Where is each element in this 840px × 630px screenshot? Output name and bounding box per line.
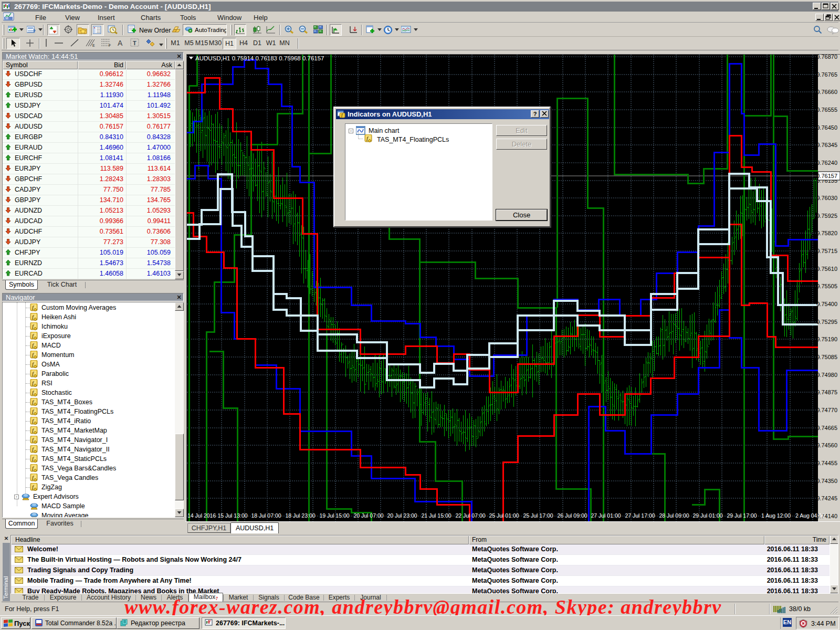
- svg-text:0.76157: 0.76157: [816, 173, 837, 179]
- svg-text:29 Jul 01:00: 29 Jul 01:00: [692, 512, 722, 519]
- svg-text:25 Jul 17:00: 25 Jul 17:00: [523, 512, 553, 519]
- svg-text:27 Jul 17:00: 27 Jul 17:00: [625, 512, 655, 519]
- svg-text:21 Jul 15:00: 21 Jul 15:00: [421, 512, 451, 519]
- svg-text:20 Jul 07:00: 20 Jul 07:00: [353, 512, 383, 519]
- svg-text:A: A: [118, 39, 123, 47]
- svg-text:28 Jul 09:00: 28 Jul 09:00: [659, 512, 689, 519]
- svg-text:2 Aug 04:00: 2 Aug 04:00: [795, 512, 825, 519]
- svg-text:26 Jul 09:00: 26 Jul 09:00: [557, 512, 587, 519]
- svg-text:1 Aug 12:00: 1 Aug 12:00: [761, 512, 791, 519]
- svg-text:E: E: [92, 44, 95, 47]
- svg-text:T: T: [133, 40, 136, 46]
- svg-text:15 Jul 13:00: 15 Jul 13:00: [217, 512, 247, 519]
- svg-text:29 Jul 17:00: 29 Jul 17:00: [727, 512, 757, 519]
- svg-text:20 Jul 23:00: 20 Jul 23:00: [387, 512, 417, 519]
- svg-text:14 Jul 2016: 14 Jul 2016: [187, 512, 216, 519]
- svg-text:M: M: [5, 16, 8, 20]
- svg-text:18 Jul 07:00: 18 Jul 07:00: [251, 512, 281, 519]
- svg-text:AUDUSD,H1 0.75914 0.76183 0.75: AUDUSD,H1 0.75914 0.76183 0.75968 0.7615…: [195, 55, 324, 61]
- svg-text:18 Jul 23:00: 18 Jul 23:00: [285, 512, 315, 519]
- svg-text:22 Jul 07:00: 22 Jul 07:00: [455, 512, 485, 519]
- svg-text:F: F: [109, 44, 111, 47]
- svg-text:25 Jul 01:00: 25 Jul 01:00: [489, 512, 519, 519]
- svg-text:27 Jul 01:00: 27 Jul 01:00: [591, 512, 621, 519]
- svg-text:19 Jul 15:00: 19 Jul 15:00: [319, 512, 349, 519]
